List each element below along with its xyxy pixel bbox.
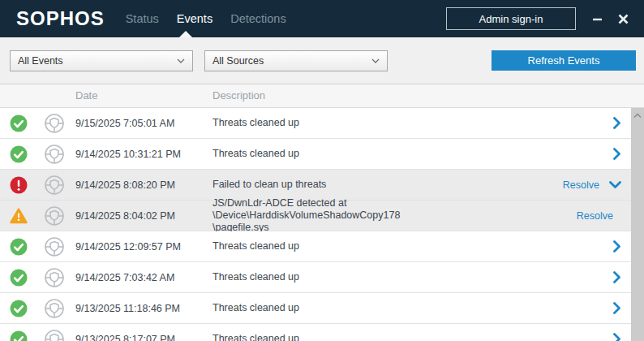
event-row[interactable]: 9/13/2025 11:18:46 PM Threats cleaned up xyxy=(0,293,631,324)
events-filter-value: All Events xyxy=(18,55,63,67)
success-icon xyxy=(10,300,28,317)
window-controls xyxy=(590,12,629,25)
sophos-endpoint-window: SOPHOS Status Events Detections Admin si… xyxy=(0,0,644,341)
shield-icon xyxy=(44,236,65,257)
success-icon xyxy=(10,330,28,341)
chevron-down-icon xyxy=(177,58,185,63)
chevron-down-icon xyxy=(371,58,380,63)
admin-sign-in-button[interactable]: Admin sign-in xyxy=(446,7,576,30)
event-date: 9/14/2025 8:04:02 PM xyxy=(75,201,175,231)
event-description: Threats cleaned up xyxy=(213,324,530,341)
refresh-events-button[interactable]: Refresh Events xyxy=(492,50,636,71)
event-date: 9/14/2025 10:31:21 PM xyxy=(75,139,181,169)
expand-icon[interactable] xyxy=(613,117,621,129)
success-icon xyxy=(10,145,28,163)
tab-detections[interactable]: Detections xyxy=(230,12,286,25)
event-date: 9/15/2025 7:05:01 AM xyxy=(75,108,174,138)
shield-icon xyxy=(44,113,65,134)
event-description: JS/DwnLdr-ADCE detected at \Device\Hardd… xyxy=(213,201,530,231)
events-filter-select[interactable]: All Events xyxy=(10,50,193,71)
minimize-icon[interactable] xyxy=(590,12,603,25)
expand-icon[interactable] xyxy=(613,302,621,314)
event-row[interactable]: 9/14/2025 12:09:57 PM Threats cleaned up xyxy=(0,231,631,262)
filter-bar: All Events All Sources Refresh Events xyxy=(0,37,644,84)
success-icon xyxy=(10,238,28,256)
shield-icon xyxy=(44,329,65,341)
event-date: 9/14/2025 7:03:42 AM xyxy=(75,262,174,292)
event-description: Threats cleaned up xyxy=(213,139,530,169)
event-date: 9/13/2025 8:17:07 PM xyxy=(75,324,175,341)
event-row[interactable]: 9/14/2025 8:04:02 PM JS/DwnLdr-ADCE dete… xyxy=(0,201,631,231)
event-list: 9/15/2025 7:05:01 AM Threats cleaned up … xyxy=(0,108,631,341)
table-header: Date Description xyxy=(0,84,644,108)
main-nav: Status Events Detections xyxy=(126,12,286,25)
event-row[interactable]: 9/14/2025 8:08:20 PM Failed to clean up … xyxy=(0,170,631,201)
event-description: Threats cleaned up xyxy=(213,108,530,138)
sources-filter-select[interactable]: All Sources xyxy=(204,50,388,71)
expand-icon[interactable] xyxy=(613,148,621,160)
expand-icon[interactable] xyxy=(613,240,621,253)
event-date: 9/14/2025 12:09:57 PM xyxy=(75,231,181,261)
event-row[interactable]: 9/15/2025 7:05:01 AM Threats cleaned up xyxy=(0,108,631,139)
event-row[interactable]: 9/14/2025 10:31:21 PM Threats cleaned up xyxy=(0,139,631,170)
event-date: 9/13/2025 11:18:46 PM xyxy=(75,293,180,323)
error-icon xyxy=(10,176,28,194)
event-row[interactable]: 9/14/2025 7:03:42 AM Threats cleaned up xyxy=(0,262,631,293)
scroll-up-icon[interactable] xyxy=(633,113,642,119)
collapse-icon[interactable] xyxy=(609,181,621,189)
shield-icon xyxy=(44,175,65,196)
shield-icon xyxy=(44,144,65,165)
sophos-logo: SOPHOS xyxy=(16,0,105,37)
expand-icon[interactable] xyxy=(613,271,621,283)
event-description: Threats cleaned up xyxy=(213,262,530,292)
warning-icon xyxy=(10,207,28,225)
sources-filter-value: All Sources xyxy=(213,55,264,67)
column-header-description: Description xyxy=(213,84,265,107)
resolve-link[interactable]: Resolve xyxy=(577,210,613,222)
column-header-date: Date xyxy=(75,84,97,107)
success-icon xyxy=(10,269,28,287)
success-icon xyxy=(10,114,28,132)
event-description: Threats cleaned up xyxy=(213,231,530,261)
active-tab-indicator xyxy=(179,31,192,37)
shield-icon xyxy=(44,205,65,227)
title-bar: SOPHOS Status Events Detections Admin si… xyxy=(0,0,644,37)
shield-icon xyxy=(44,298,65,319)
close-icon[interactable] xyxy=(616,12,629,25)
event-description: Failed to clean up threats xyxy=(213,170,530,200)
shield-icon xyxy=(44,267,65,288)
tab-events[interactable]: Events xyxy=(177,12,213,25)
resolve-link[interactable]: Resolve xyxy=(563,179,599,191)
event-date: 9/14/2025 8:08:20 PM xyxy=(75,170,175,200)
tab-status[interactable]: Status xyxy=(126,12,159,25)
scrollbar[interactable] xyxy=(631,108,644,341)
event-description: Threats cleaned up xyxy=(213,293,530,323)
event-row[interactable]: 9/13/2025 8:17:07 PM Threats cleaned up xyxy=(0,324,631,341)
expand-icon[interactable] xyxy=(613,333,621,341)
